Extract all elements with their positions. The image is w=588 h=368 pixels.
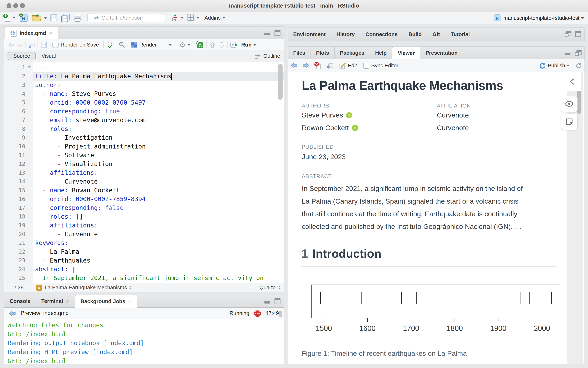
minimize-pane-icon[interactable] bbox=[264, 30, 271, 36]
save-all-button[interactable] bbox=[61, 13, 70, 22]
minimize-pane-icon[interactable] bbox=[264, 298, 271, 304]
stop-job-icon[interactable]: STOP bbox=[254, 310, 261, 317]
version-control-button[interactable]: G bbox=[171, 13, 184, 23]
code-line-14[interactable]: - Curvenote bbox=[33, 177, 284, 186]
viewer-document[interactable]: La Palma Earthquake Mechanisms AUTHORS A… bbox=[288, 72, 585, 364]
publish-button[interactable]: Publish bbox=[548, 62, 565, 69]
sync-editor-checkbox[interactable] bbox=[363, 63, 369, 69]
open-file-button[interactable] bbox=[31, 13, 47, 22]
code-line-7[interactable]: email: steve@curvenote.com bbox=[33, 116, 284, 124]
orcid-icon[interactable]: iD bbox=[352, 125, 358, 131]
code-line-4[interactable]: - name: Steve Purves bbox=[33, 89, 284, 98]
insert-chunk-icon[interactable]: C bbox=[195, 41, 204, 49]
render-on-save-checkbox[interactable] bbox=[52, 42, 59, 48]
publish-caret[interactable] bbox=[567, 65, 570, 68]
code-line-8[interactable]: roles: bbox=[33, 124, 284, 133]
statusbar-section[interactable]: La Palma Earthquake Mechanisms bbox=[45, 284, 127, 291]
back-icon[interactable] bbox=[8, 42, 15, 48]
code-line-23[interactable]: - Earthquakes bbox=[33, 256, 284, 265]
comment-note-button[interactable] bbox=[561, 114, 578, 130]
tab-files[interactable]: Files bbox=[288, 47, 311, 59]
refresh-icon[interactable] bbox=[575, 62, 582, 69]
close-tab-icon[interactable]: × bbox=[49, 30, 53, 37]
editor-scrollbar[interactable] bbox=[278, 64, 283, 100]
maximize-pane-icon[interactable] bbox=[274, 30, 281, 36]
tab-background-jobs[interactable]: Background Jobs× bbox=[75, 295, 137, 308]
editor-language-mode[interactable]: Quarto bbox=[259, 284, 281, 291]
popout-icon[interactable] bbox=[28, 42, 35, 48]
gear-icon[interactable]: ⚙ bbox=[179, 41, 186, 49]
visual-mode-button[interactable]: Visual bbox=[41, 53, 56, 59]
code-editor[interactable]: 1234567891011121314151617181920212223242… bbox=[4, 62, 284, 283]
tab-terminal[interactable]: Terminal× bbox=[36, 295, 75, 307]
run-button[interactable]: Run bbox=[241, 42, 252, 48]
tab-plots[interactable]: Plots bbox=[311, 47, 335, 59]
code-line-2[interactable]: title: La Palma Earthquake Mechanisms bbox=[33, 72, 284, 81]
code-line-13[interactable]: affiliations: bbox=[33, 168, 284, 177]
find-replace-icon[interactable] bbox=[118, 41, 126, 49]
tab-build[interactable]: Build bbox=[403, 28, 427, 41]
code-line-19[interactable]: affiliations: bbox=[33, 221, 284, 230]
maximize-pane-icon[interactable] bbox=[274, 298, 281, 304]
spellcheck-icon[interactable]: ABC bbox=[106, 41, 115, 49]
tab-packages[interactable]: Packages bbox=[335, 47, 370, 59]
fold-toggle-icon[interactable] bbox=[28, 66, 31, 69]
code-line-6[interactable]: corresponding: true bbox=[33, 107, 284, 116]
code-line-17[interactable]: corresponding: false bbox=[33, 203, 284, 212]
maximize-pane-icon[interactable] bbox=[575, 31, 582, 37]
addins-button[interactable]: Addins bbox=[202, 15, 225, 21]
preview-eye-button[interactable] bbox=[561, 96, 578, 112]
code-line-22[interactable]: - La Palma bbox=[33, 247, 284, 256]
viewer-back-icon[interactable] bbox=[291, 62, 298, 69]
viewer-forward-icon[interactable] bbox=[302, 62, 309, 69]
code-line-11[interactable]: - Software bbox=[33, 151, 284, 159]
code-line-3[interactable]: author: bbox=[33, 81, 284, 89]
code-line-9[interactable]: - Investigation bbox=[33, 133, 284, 142]
tab-tutorial[interactable]: Tutorial bbox=[445, 28, 475, 41]
code-line-16[interactable]: orcid: 0000-0002-7859-8394 bbox=[33, 195, 284, 203]
code-line-12[interactable]: - Visualization bbox=[33, 159, 284, 168]
project-menu-button[interactable]: R manuscript-template-rstudio-test bbox=[493, 13, 584, 22]
code-line-15[interactable]: - name: Rowan Cockett bbox=[33, 186, 284, 195]
job-back-icon[interactable] bbox=[9, 310, 17, 317]
tab-git[interactable]: Git bbox=[427, 28, 445, 41]
viewer-popout-icon[interactable] bbox=[327, 62, 334, 69]
run-caret[interactable] bbox=[253, 44, 256, 47]
tab-viewer[interactable]: Viewer bbox=[392, 47, 420, 59]
print-button[interactable] bbox=[73, 13, 82, 22]
code-line-18[interactable]: roles: [] bbox=[33, 212, 284, 221]
section-picker-icon[interactable] bbox=[129, 285, 132, 291]
new-file-button[interactable] bbox=[3, 13, 16, 22]
collapse-sidebar-button[interactable] bbox=[562, 72, 581, 91]
tab-presentation[interactable]: Presentation bbox=[420, 47, 463, 59]
clear-viewer-icon[interactable] bbox=[313, 62, 322, 70]
code-line-25[interactable]: In September 2021, a significant jump in… bbox=[33, 274, 284, 282]
code-line-5[interactable]: orcid: 0000-0002-0760-5497 bbox=[33, 98, 284, 107]
go-prev-section-icon[interactable] bbox=[209, 41, 216, 48]
code-line-20[interactable]: - Curvenote bbox=[33, 230, 284, 239]
orcid-icon[interactable]: iD bbox=[346, 112, 352, 119]
outline-button[interactable]: Outline bbox=[254, 53, 280, 59]
go-next-section-icon[interactable] bbox=[219, 41, 225, 48]
save-doc-icon[interactable] bbox=[40, 41, 47, 48]
code-line-10[interactable]: - Project administration bbox=[33, 142, 284, 151]
tab-environment[interactable]: Environment bbox=[288, 28, 331, 41]
code-line-21[interactable]: keywords: bbox=[33, 239, 284, 247]
tab-help[interactable]: Help bbox=[370, 47, 392, 59]
tab-history[interactable]: History bbox=[331, 28, 360, 41]
close-tab-icon[interactable]: × bbox=[66, 298, 70, 305]
pane-layout-button[interactable] bbox=[186, 13, 200, 22]
close-tab-icon[interactable]: × bbox=[128, 298, 132, 305]
render-button[interactable]: Render bbox=[139, 42, 157, 48]
save-button[interactable] bbox=[50, 14, 58, 22]
code-line-1[interactable]: --- bbox=[33, 63, 284, 72]
console-scrollbar[interactable] bbox=[279, 311, 282, 317]
source-mode-button[interactable]: Source bbox=[8, 52, 36, 60]
tab-connections[interactable]: Connections bbox=[360, 28, 403, 41]
code-line-24[interactable]: abstract: | bbox=[33, 265, 284, 274]
tab-console[interactable]: Console bbox=[4, 295, 36, 307]
new-project-button[interactable]: R bbox=[18, 13, 28, 22]
edit-button[interactable]: Edit bbox=[348, 62, 357, 69]
render-caret[interactable] bbox=[169, 44, 172, 47]
minimize-pane-icon[interactable] bbox=[565, 50, 571, 56]
